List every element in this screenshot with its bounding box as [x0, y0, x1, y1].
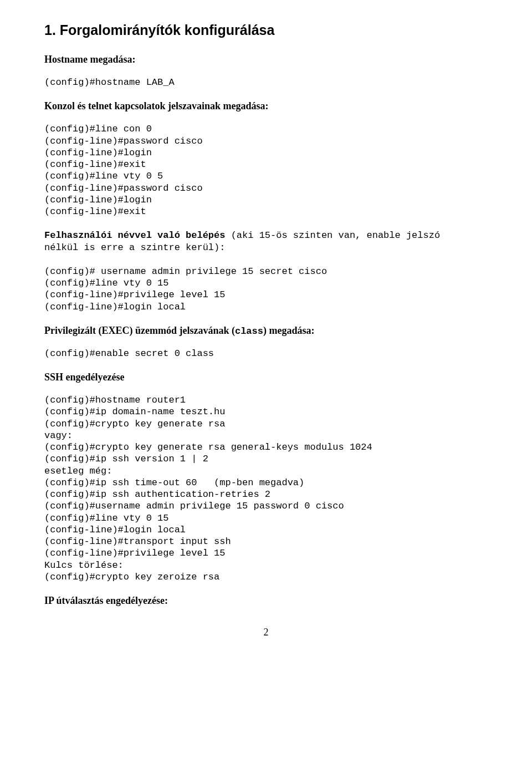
console-telnet-code: (config)#line con 0 (config-line)#passwo… — [44, 123, 488, 217]
page-number: 2 — [44, 627, 488, 638]
console-telnet-label: Konzol és telnet kapcsolatok jelszavaina… — [44, 100, 488, 112]
exec-password-code: (config)#enable secret 0 class — [44, 348, 488, 359]
exec-password-suffix: ) megadása: — [263, 325, 315, 336]
user-login-label-bold: Felhasználói névvel való belépés — [44, 230, 231, 241]
ip-routing-label: IP útválasztás engedélyezése: — [44, 595, 488, 607]
user-login-code: (config)# username admin privilege 15 se… — [44, 266, 488, 313]
ssh-label: SSH engedélyezése — [44, 372, 488, 383]
section-title: 1. Forgalomirányítók konfigurálása — [44, 22, 488, 38]
user-login-block: Felhasználói névvel való belépés (aki 15… — [44, 230, 488, 253]
hostname-code: (config)#hostname LAB_A — [44, 77, 488, 88]
ssh-code: (config)#hostname router1 (config)#ip do… — [44, 394, 488, 583]
hostname-label: Hostname megadása: — [44, 54, 488, 65]
exec-password-label: Privilegizált (EXEC) üzemmód jelszavának… — [44, 325, 488, 337]
exec-password-mono: class — [235, 326, 263, 337]
exec-password-prefix: Privilegizált (EXEC) üzemmód jelszavának… — [44, 325, 235, 336]
